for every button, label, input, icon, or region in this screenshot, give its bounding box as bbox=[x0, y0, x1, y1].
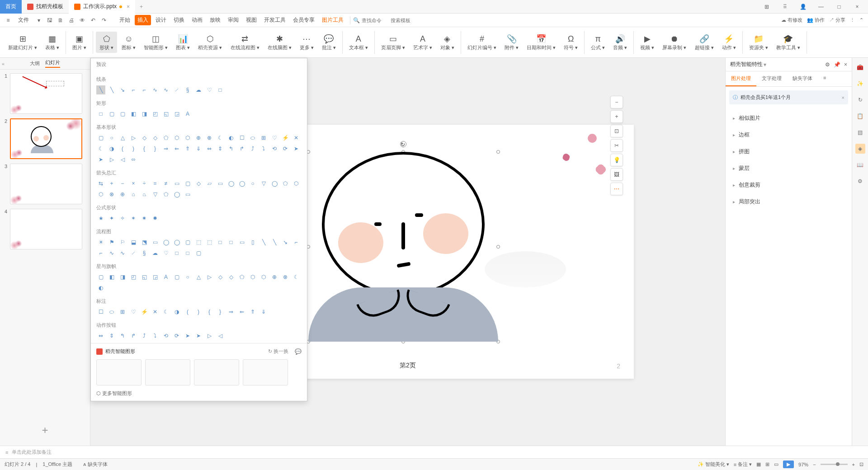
shape-矩形-7[interactable]: ◲ bbox=[172, 109, 181, 118]
shape-箭头总汇-3[interactable]: × bbox=[129, 179, 138, 188]
float-tool-2[interactable]: ⊡ bbox=[610, 125, 623, 137]
share-button[interactable]: ↗ 分享 bbox=[829, 17, 845, 24]
shape-基本形状-33[interactable]: ⤴ bbox=[248, 144, 257, 153]
shape-基本形状-28[interactable]: ⇓ bbox=[194, 144, 203, 153]
ribbon-艺术字[interactable]: A艺术字 ▾ bbox=[410, 32, 436, 53]
view-reading-icon[interactable]: ▭ bbox=[774, 461, 778, 467]
ribbon-附件[interactable]: 📎附件 ▾ bbox=[501, 32, 522, 53]
shape-基本形状-27[interactable]: ⇑ bbox=[183, 144, 192, 153]
settings-icon[interactable]: ⚙ bbox=[825, 61, 830, 68]
ribbon-公式[interactable]: π公式 ▾ bbox=[587, 32, 609, 53]
shape-星与旗帜-18[interactable]: ☾ bbox=[292, 273, 301, 282]
print-icon[interactable]: 🖨 bbox=[68, 17, 75, 24]
shape-流程图-9[interactable]: ⬚ bbox=[194, 238, 203, 247]
shape-箭头总汇-22[interactable]: ⌂ bbox=[129, 190, 138, 199]
shape-星与旗帜-15[interactable]: ⬡ bbox=[259, 273, 268, 282]
right-tab-文字处理[interactable]: 文字处理 bbox=[756, 71, 787, 86]
zoom-slider[interactable] bbox=[821, 464, 848, 465]
shape-基本形状-1[interactable]: ○ bbox=[107, 133, 116, 142]
copy-icon[interactable]: 📋 bbox=[855, 111, 865, 121]
shape-流程图-4[interactable]: ⬔ bbox=[140, 238, 149, 247]
shape-箭头总汇-5[interactable]: = bbox=[151, 179, 160, 188]
notes-toggle[interactable]: ≡ 备注 ▾ bbox=[734, 461, 752, 468]
collapse-icon[interactable]: « bbox=[2, 61, 5, 66]
shape-箭头总汇-20[interactable]: ⊗ bbox=[107, 190, 116, 199]
tab-file[interactable]: 工作演示.pptx× bbox=[69, 0, 135, 14]
shape-星与旗帜-0[interactable]: ▢ bbox=[96, 273, 105, 282]
option-边框[interactable]: 边框 bbox=[726, 127, 852, 143]
right-tab-缺失字体[interactable]: 缺失字体 bbox=[787, 71, 818, 86]
shape-动作按钮-9[interactable]: ➤ bbox=[194, 331, 203, 340]
redo-icon[interactable]: ↷ bbox=[100, 17, 108, 24]
option-拼图[interactable]: 拼图 bbox=[726, 143, 852, 160]
shape-星与旗帜-4[interactable]: ◱ bbox=[140, 273, 149, 282]
shape-动作按钮-10[interactable]: ▷ bbox=[205, 331, 214, 340]
shape-基本形状-37[interactable]: ➤ bbox=[292, 144, 301, 153]
shape-箭头总汇-13[interactable]: ◯ bbox=[237, 179, 246, 188]
shape-标注-1[interactable]: ⬭ bbox=[107, 307, 116, 316]
menu-会员专享[interactable]: 会员专享 bbox=[290, 15, 317, 25]
ribbon-页眉页脚[interactable]: ▭页眉页脚 ▾ bbox=[377, 32, 409, 53]
ribbon-更多[interactable]: ⋯更多 ▾ bbox=[296, 32, 317, 53]
shape-流程图-14[interactable]: ▯ bbox=[248, 238, 257, 247]
shape-基本形状-25[interactable]: ⇒ bbox=[161, 144, 170, 153]
more-icon[interactable]: ⋮ bbox=[850, 17, 855, 23]
shape-标注-4[interactable]: ⚡ bbox=[140, 307, 149, 316]
shape-矩形-8[interactable]: A bbox=[183, 109, 192, 118]
settings-gear-icon[interactable]: ⚙ bbox=[855, 176, 865, 186]
ribbon-动作[interactable]: ⚡动作 ▾ bbox=[718, 32, 740, 53]
shape-基本形状-12[interactable]: ◐ bbox=[226, 133, 236, 142]
shape-流程图-28[interactable]: ▢ bbox=[194, 249, 203, 258]
shape-标注-12[interactable]: ⇒ bbox=[226, 307, 236, 316]
play-button[interactable]: ▶ bbox=[783, 461, 794, 468]
shape-线条-2[interactable]: ↘ bbox=[118, 85, 127, 94]
chat-icon[interactable]: 💬 bbox=[295, 348, 302, 355]
shape-箭头总汇-16[interactable]: ◯ bbox=[270, 179, 279, 188]
shape-箭头总汇-21[interactable]: ⊕ bbox=[118, 190, 127, 199]
missing-font-button[interactable]: ᴀ 缺失字体 bbox=[83, 461, 108, 468]
shape-动作按钮-2[interactable]: ↰ bbox=[118, 331, 127, 340]
ribbon-屏幕录制[interactable]: ⏺屏幕录制 ▾ bbox=[659, 32, 690, 53]
shape-箭头总汇-9[interactable]: ◇ bbox=[194, 179, 203, 188]
smart-icon[interactable]: ◈ bbox=[855, 144, 865, 154]
shape-公式形状-4[interactable]: ✷ bbox=[140, 214, 149, 223]
shape-箭头总汇-15[interactable]: ▽ bbox=[259, 179, 268, 188]
float-tool-6[interactable]: ⋯ bbox=[610, 183, 623, 195]
ribbon-图标[interactable]: ☺图标 ▾ bbox=[118, 32, 139, 53]
shape-矩形-6[interactable]: ◱ bbox=[161, 109, 170, 118]
shape-流程图-10[interactable]: ⬚ bbox=[205, 238, 214, 247]
shape-流程图-18[interactable]: ⌐ bbox=[292, 238, 301, 247]
shape-流程图-13[interactable]: ▭ bbox=[237, 238, 246, 247]
shape-标注-6[interactable]: ☾ bbox=[161, 307, 170, 316]
shape-流程图-25[interactable]: ♡ bbox=[161, 249, 170, 258]
undo-icon[interactable]: ↶ bbox=[90, 17, 97, 24]
close-icon[interactable]: × bbox=[127, 4, 130, 10]
shape-基本形状-21[interactable]: ( bbox=[118, 144, 127, 153]
shape-标注-11[interactable]: } bbox=[216, 307, 225, 316]
smart-shape-3[interactable] bbox=[194, 359, 239, 385]
shape-星与旗帜-2[interactable]: ◨ bbox=[118, 273, 127, 282]
view-normal-icon[interactable]: ▦ bbox=[756, 461, 761, 467]
tab-home[interactable]: 首页 bbox=[0, 0, 22, 14]
shape-基本形状-29[interactable]: ⇔ bbox=[205, 144, 214, 153]
view-sorter-icon[interactable]: ⊞ bbox=[765, 461, 769, 467]
shape-公式形状-5[interactable]: ✸ bbox=[151, 214, 160, 223]
shape-矩形-3[interactable]: ◧ bbox=[129, 109, 138, 118]
shape-基本形状-8[interactable]: ⬡ bbox=[183, 133, 192, 142]
shape-基本形状-3[interactable]: ▷ bbox=[129, 133, 138, 142]
minimize-button[interactable]: — bbox=[815, 0, 827, 13]
book-icon[interactable]: 📖 bbox=[855, 160, 865, 170]
float-tool-1[interactable]: + bbox=[610, 110, 623, 123]
shape-基本形状-7[interactable]: ⬡ bbox=[172, 133, 181, 142]
shape-基本形状-11[interactable]: ☾ bbox=[216, 133, 225, 142]
shape-流程图-26[interactable]: □ bbox=[172, 249, 181, 258]
shape-箭头总汇-11[interactable]: ▭ bbox=[216, 179, 225, 188]
shape-线条-9[interactable]: ☁ bbox=[194, 85, 203, 94]
option-相似图片[interactable]: 相似图片 bbox=[726, 110, 852, 127]
shape-星与旗帜-3[interactable]: ◰ bbox=[129, 273, 138, 282]
refresh-shapes[interactable]: ↻ 换一换 bbox=[268, 348, 288, 355]
float-tool-3[interactable]: ✂ bbox=[610, 139, 623, 152]
shape-流程图-8[interactable]: ▢ bbox=[183, 238, 192, 247]
apps-icon[interactable]: ⠿ bbox=[778, 0, 791, 13]
ribbon-图片[interactable]: ▣图片 ▾ bbox=[69, 32, 90, 53]
